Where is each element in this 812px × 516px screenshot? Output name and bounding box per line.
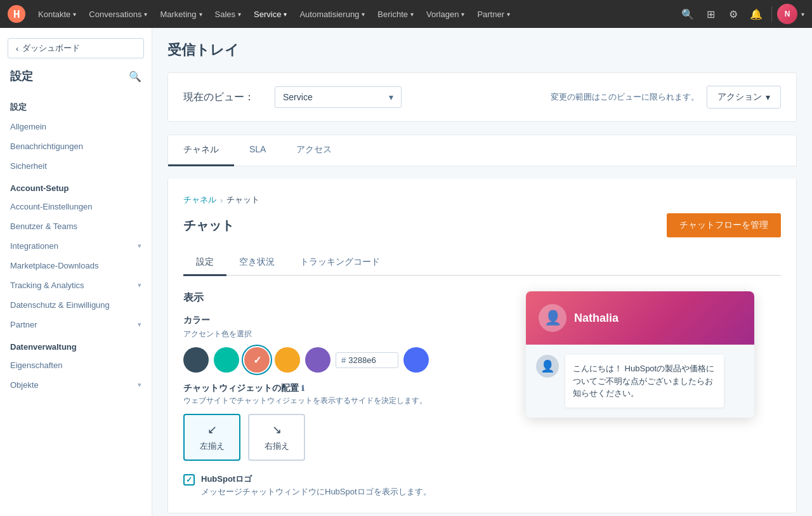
preview-body: 👤 こんにちは！ HubSpotの製品や価格についてご不明な点がございましたらお… — [526, 345, 754, 418]
preview-message-row: 👤 こんにちは！ HubSpotの製品や価格についてご不明な点がございましたらお… — [536, 355, 744, 407]
placement-left-button[interactable]: ↙ 左揃え — [183, 414, 240, 461]
chevron-down-icon: ▾ — [138, 321, 141, 329]
sidebar-item-benutzer-teams[interactable]: Benutzer & Teams — [0, 216, 152, 236]
sidebar-item-marketplace-downloads[interactable]: Marketplace-Downloads — [0, 256, 152, 275]
chevron-down-icon: ▾ — [362, 11, 365, 18]
sidebar-header: 設定 🔍 — [0, 69, 152, 94]
tab-channel[interactable]: チャネル — [168, 135, 234, 166]
notifications-icon[interactable]: 🔔 — [746, 4, 766, 24]
search-icon[interactable]: 🔍 — [678, 4, 698, 24]
inner-tab-settings[interactable]: 設定 — [183, 250, 226, 276]
sidebar-item-benachrichtigungen[interactable]: Benachrichtigungen — [0, 136, 152, 156]
chevron-down-icon: ▾ — [138, 381, 141, 389]
avatar[interactable]: N — [777, 4, 797, 24]
tab-access[interactable]: アクセス — [281, 135, 347, 166]
sidebar-section-settings: 設定 — [0, 94, 152, 117]
back-to-dashboard-button[interactable]: ‹ ダッシュボード — [8, 38, 144, 58]
nav-item-service[interactable]: Service ▾ — [249, 7, 292, 22]
content-area: チャネル › チャット チャット チャットフローを管理 設定 空き状況 トラッキ… — [167, 179, 797, 513]
swatch-teal[interactable] — [214, 347, 239, 373]
swatch-salmon[interactable]: ✓ — [244, 347, 270, 373]
color-swatches: ✓ # — [183, 347, 501, 373]
nav-item-marketing[interactable]: Marketing ▾ — [155, 7, 207, 22]
chevron-left-icon: ‹ — [16, 44, 18, 53]
view-dropdown[interactable]: Service ▾ — [275, 86, 402, 108]
breadcrumb-current: チャット — [226, 194, 259, 206]
checkmark-icon: ✓ — [186, 475, 192, 484]
swatch-dark-blue[interactable] — [183, 347, 209, 373]
manage-chat-flow-button[interactable]: チャットフローを管理 — [667, 213, 781, 237]
preview-message-bubble: こんにちは！ HubSpotの製品や価格についてご不明な点がございましたらお知ら… — [565, 355, 724, 407]
hex-input[interactable] — [348, 355, 393, 365]
sidebar-section-account-setup: Account-Setup — [0, 176, 152, 197]
hubspot-logo[interactable] — [8, 5, 25, 23]
chevron-down-icon: ▾ — [507, 11, 510, 18]
hubspot-logo-title: HubSpotロゴ — [201, 473, 431, 485]
main-layout: ‹ ダッシュボード 設定 🔍 設定 Allgemein Benachrichti… — [0, 28, 812, 516]
nav-item-conversations[interactable]: Conversations ▾ — [84, 7, 152, 22]
nav-item-berichte[interactable]: Berichte ▾ — [372, 7, 419, 22]
chevron-down-icon: ▾ — [461, 11, 464, 18]
placement-label: チャットウィジェットの配置 ℹ — [183, 383, 501, 394]
search-icon[interactable]: 🔍 — [129, 70, 141, 83]
swatch-orange[interactable] — [275, 347, 300, 373]
chevron-down-icon: ▾ — [138, 281, 141, 289]
sidebar-item-tracking-analytics[interactable]: Tracking & Analytics ▾ — [0, 275, 152, 295]
hubspot-logo-text: HubSpotロゴ メッセージチャットウィンドウにHubSpotロゴを表示します… — [201, 473, 431, 498]
main-content: 受信トレイ 現在のビュー： Service ▾ 変更の範囲はこのビューに限られま… — [152, 28, 812, 516]
placement-right-button[interactable]: ↘ 右揃え — [248, 414, 305, 461]
user-icon: 👤 — [544, 310, 561, 326]
view-hint: 変更の範囲はこのビューに限られます。 — [551, 91, 699, 103]
breadcrumb-link[interactable]: チャネル — [183, 194, 216, 206]
preview-avatar: 👤 — [539, 304, 566, 332]
chevron-down-icon: ▾ — [410, 11, 414, 18]
nav-item-sales[interactable]: Sales ▾ — [210, 7, 247, 22]
chevron-down-icon: ▾ — [766, 92, 770, 102]
sidebar-item-account-einstellungen[interactable]: Account-Einstellungen — [0, 197, 152, 216]
color-label: カラー — [183, 315, 501, 326]
checkmark-icon: ✓ — [253, 354, 261, 366]
preview-card: 👤 Nathalia 👤 こんにちは！ HubSpotの製品や価格についてご不明… — [526, 291, 754, 418]
chevron-down-icon[interactable]: ▾ — [801, 11, 804, 18]
view-selector-left: 現在のビュー： Service ▾ — [183, 86, 402, 108]
preview-message-text: こんにちは！ HubSpotの製品や価格についてご不明な点がございましたらお知ら… — [573, 364, 714, 398]
apply-color-button[interactable] — [403, 347, 429, 373]
marketplace-icon[interactable]: ⊞ — [700, 4, 721, 24]
chevron-down-icon: ▾ — [138, 242, 141, 250]
nav-item-automatisierung[interactable]: Automatisierung ▾ — [294, 7, 370, 22]
tab-sla[interactable]: SLA — [234, 135, 281, 166]
inner-tab-tracking[interactable]: トラッキングコード — [287, 250, 393, 276]
preview-panel: 👤 Nathalia 👤 こんにちは！ HubSpotの製品や価格についてご不明… — [526, 291, 754, 498]
align-left-icon: ↙ — [207, 423, 217, 437]
info-icon[interactable]: ℹ — [301, 384, 304, 393]
inner-tabs: 設定 空き状況 トラッキングコード — [183, 250, 781, 276]
page-title: 受信トレイ — [167, 41, 797, 60]
action-btn-label: アクション — [717, 91, 762, 103]
settings-left: 表示 カラー アクセント色を選択 ✓ # — [183, 291, 501, 498]
chat-section-header: チャット チャットフローを管理 — [183, 213, 781, 237]
nav-divider — [771, 6, 772, 22]
chevron-down-icon: ▾ — [389, 92, 393, 102]
nav-item-partner[interactable]: Partner ▾ — [472, 7, 515, 22]
settings-icon[interactable]: ⚙ — [723, 4, 743, 24]
preview-name: Nathalia — [574, 312, 619, 325]
preview-header: 👤 Nathalia — [526, 291, 754, 345]
sidebar-title: 設定 — [10, 69, 33, 84]
sidebar-item-objekte[interactable]: Objekte ▾ — [0, 375, 152, 395]
nav-item-kontakte[interactable]: Kontakte ▾ — [33, 7, 81, 22]
swatch-purple[interactable] — [305, 347, 331, 373]
hubspot-logo-desc: メッセージチャットウィンドウにHubSpotロゴを表示します。 — [201, 486, 431, 498]
hubspot-logo-checkbox[interactable]: ✓ — [183, 474, 195, 486]
hex-hash: # — [341, 355, 346, 365]
sidebar-item-eigenschaften[interactable]: Eigenschaften — [0, 355, 152, 375]
chevron-down-icon: ▾ — [199, 11, 202, 18]
action-button[interactable]: アクション ▾ — [707, 86, 781, 109]
sidebar-item-sicherheit[interactable]: Sicherheit — [0, 156, 152, 176]
sidebar-item-datenschutz[interactable]: Datenschutz & Einwilligung — [0, 295, 152, 315]
nav-item-vorlagen[interactable]: Vorlagen ▾ — [421, 7, 469, 22]
inner-tab-availability[interactable]: 空き状況 — [226, 250, 287, 276]
sidebar-item-integrationen[interactable]: Integrationen ▾ — [0, 236, 152, 256]
sidebar-item-partner[interactable]: Partner ▾ — [0, 315, 152, 334]
chevron-down-icon: ▾ — [73, 11, 76, 18]
sidebar-item-allgemein[interactable]: Allgemein — [0, 117, 152, 136]
